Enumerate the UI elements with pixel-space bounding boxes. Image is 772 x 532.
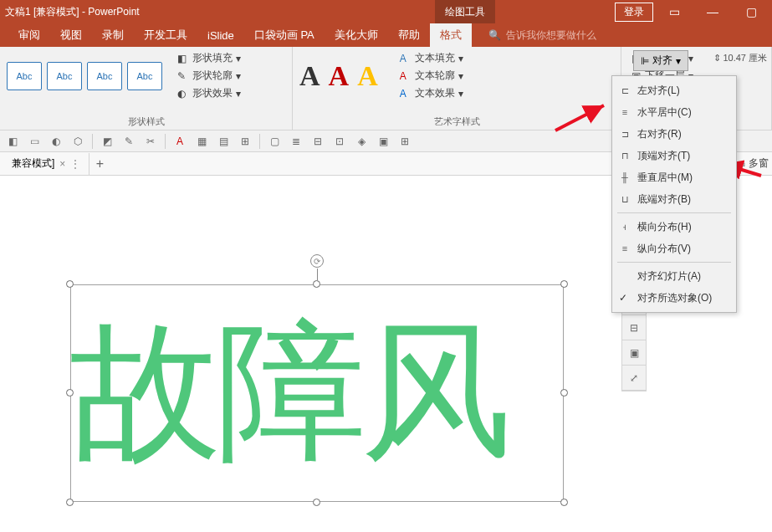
distribute-v-icon: ≡ xyxy=(619,243,631,253)
shape-style-preset[interactable]: Abc xyxy=(47,62,82,90)
qat-icon[interactable]: ⊞ xyxy=(238,134,253,149)
text-outline-icon: A xyxy=(400,70,412,82)
menu-separator xyxy=(617,212,731,213)
resize-handle[interactable] xyxy=(560,389,568,396)
align-top-item[interactable]: ⊓顶端对齐(T) xyxy=(612,145,736,166)
group-label: 形状样式 xyxy=(7,112,285,128)
mini-tool-button[interactable]: ▣ xyxy=(622,340,646,366)
distribute-v-item[interactable]: ≡纵向分布(V) xyxy=(612,238,736,259)
qat-icon[interactable]: ⊡ xyxy=(332,134,347,149)
shape-style-preset[interactable]: Abc xyxy=(7,62,42,90)
qat-icon[interactable]: ⊞ xyxy=(397,134,412,149)
align-dropdown-menu: ⊏左对齐(L) ≡水平居中(C) ⊐右对齐(R) ⊓顶端对齐(T) ╫垂直居中(… xyxy=(611,75,737,313)
fill-icon: ◧ xyxy=(177,53,189,64)
mini-tool-button[interactable]: ⤢ xyxy=(622,366,646,391)
qat-icon[interactable]: ▤ xyxy=(216,134,231,149)
multi-window-icon: ▭ xyxy=(736,158,745,170)
tab-islide[interactable]: iSlide xyxy=(197,23,244,47)
multi-window-button[interactable]: ▭ 多窗 xyxy=(736,156,769,171)
align-bottom-item[interactable]: ⊔底端对齐(B) xyxy=(612,188,736,210)
align-to-selected-item[interactable]: ✓对齐所选对象(O) xyxy=(612,287,736,309)
resize-handle[interactable] xyxy=(560,499,568,506)
wordart-styles-group: A A A A文本填充 ▾ A文本轮廓 ▾ A文本效果 ▾ 艺术字样式 xyxy=(293,47,621,130)
text-fill-button[interactable]: A文本填充 ▾ xyxy=(396,50,467,66)
qat-icon[interactable]: ▣ xyxy=(376,134,391,149)
qat-icon[interactable]: ✎ xyxy=(121,134,136,149)
qat-icon[interactable]: ◈ xyxy=(354,134,369,149)
rotate-handle[interactable]: ⟳ xyxy=(310,254,324,268)
qat-icon[interactable]: ◐ xyxy=(49,134,64,149)
shape-outline-button[interactable]: ✎形状轮廓 ▾ xyxy=(174,68,244,84)
minimize-icon[interactable]: — xyxy=(695,0,730,23)
qat-icon[interactable]: ◧ xyxy=(5,134,20,149)
align-dropdown-button[interactable]: ⊫ 对齐▾ xyxy=(633,50,688,71)
tab-beautify[interactable]: 美化大师 xyxy=(325,23,388,47)
selection-outline xyxy=(70,284,564,502)
tab-record[interactable]: 录制 xyxy=(92,23,134,47)
text-effects-icon: A xyxy=(400,88,412,100)
align-right-icon: ⊐ xyxy=(619,129,631,140)
tab-review[interactable]: 审阅 xyxy=(8,23,50,47)
selected-text-shape[interactable]: ⟳ 故障风 xyxy=(70,284,564,502)
new-tab-button[interactable]: + xyxy=(89,156,110,171)
resize-handle[interactable] xyxy=(560,280,568,288)
tab-pocket-anim[interactable]: 口袋动画 PA xyxy=(244,23,325,47)
resize-handle[interactable] xyxy=(66,389,74,396)
qat-icon[interactable]: ⊟ xyxy=(310,134,325,149)
document-title: 文稿1 [兼容模式] - PowerPoint xyxy=(3,5,140,19)
search-icon: 🔍 xyxy=(488,29,501,41)
contextual-tool-tab: 绘图工具 xyxy=(435,0,495,23)
wordart-preset[interactable]: A xyxy=(329,60,350,92)
qat-icon[interactable]: ✂ xyxy=(143,134,158,149)
check-icon: ✓ xyxy=(619,292,627,304)
qat-icon[interactable]: ◩ xyxy=(100,134,115,149)
resize-handle[interactable] xyxy=(313,280,320,288)
text-effects-button[interactable]: A文本效果 ▾ xyxy=(396,85,467,101)
resize-handle[interactable] xyxy=(66,280,74,288)
align-middle-v-item[interactable]: ╫垂直居中(M) xyxy=(612,166,736,188)
qat-icon[interactable]: ▦ xyxy=(194,134,209,149)
align-right-item[interactable]: ⊐右对齐(R) xyxy=(612,123,736,145)
align-left-item[interactable]: ⊏左对齐(L) xyxy=(612,79,736,101)
tab-format[interactable]: 格式 xyxy=(430,23,472,47)
align-center-h-icon: ≡ xyxy=(619,107,631,117)
tab-view[interactable]: 视图 xyxy=(50,23,92,47)
tab-menu-icon[interactable]: ⋮ xyxy=(70,158,80,170)
qat-icon[interactable]: ⬡ xyxy=(70,134,85,149)
restore-icon[interactable]: ▢ xyxy=(734,0,769,23)
align-left-icon: ⊏ xyxy=(619,85,631,96)
tab-help[interactable]: 帮助 xyxy=(388,23,430,47)
login-button[interactable]: 登录 xyxy=(615,3,653,22)
align-middle-v-icon: ╫ xyxy=(619,172,631,182)
document-tab[interactable]: 兼容模式] × ⋮ xyxy=(3,153,89,175)
resize-handle[interactable] xyxy=(313,499,320,506)
align-icon: ⊫ xyxy=(641,55,649,67)
shape-style-preset[interactable]: Abc xyxy=(87,62,122,90)
ribbon-options-icon[interactable]: ▭ xyxy=(657,0,692,23)
tell-me-search[interactable]: 🔍 告诉我你想要做什么 xyxy=(488,28,596,43)
tab-developer[interactable]: 开发工具 xyxy=(134,23,197,47)
align-bottom-icon: ⊔ xyxy=(619,194,631,205)
outline-icon: ✎ xyxy=(177,70,189,82)
height-icon: ⇕ xyxy=(713,53,721,64)
effects-icon: ◐ xyxy=(177,88,189,100)
resize-handle[interactable] xyxy=(66,499,74,506)
height-input[interactable]: ⇕ 10.47 厘米 xyxy=(713,52,767,64)
text-outline-button[interactable]: A文本轮廓 ▾ xyxy=(396,68,467,84)
qat-icon[interactable]: A xyxy=(172,134,187,149)
distribute-h-item[interactable]: ⫞横向分布(H) xyxy=(612,216,736,238)
wordart-preset[interactable]: A xyxy=(299,60,320,92)
qat-icon[interactable]: ▭ xyxy=(27,134,42,149)
search-placeholder: 告诉我你想要做什么 xyxy=(506,28,596,43)
close-tab-icon[interactable]: × xyxy=(59,158,65,170)
mini-tool-button[interactable]: ⊟ xyxy=(622,315,646,340)
align-to-slide-item[interactable]: 对齐幻灯片(A) xyxy=(612,265,736,287)
shape-fill-button[interactable]: ◧形状填充 ▾ xyxy=(174,50,244,66)
doc-tab-label: 兼容模式] xyxy=(12,156,54,171)
qat-icon[interactable]: ≣ xyxy=(289,134,304,149)
wordart-preset[interactable]: A xyxy=(357,60,378,92)
align-center-h-item[interactable]: ≡水平居中(C) xyxy=(612,101,736,123)
shape-style-preset[interactable]: Abc xyxy=(127,62,162,90)
qat-icon[interactable]: ▢ xyxy=(267,134,282,149)
shape-effects-button[interactable]: ◐形状效果 ▾ xyxy=(174,85,244,101)
